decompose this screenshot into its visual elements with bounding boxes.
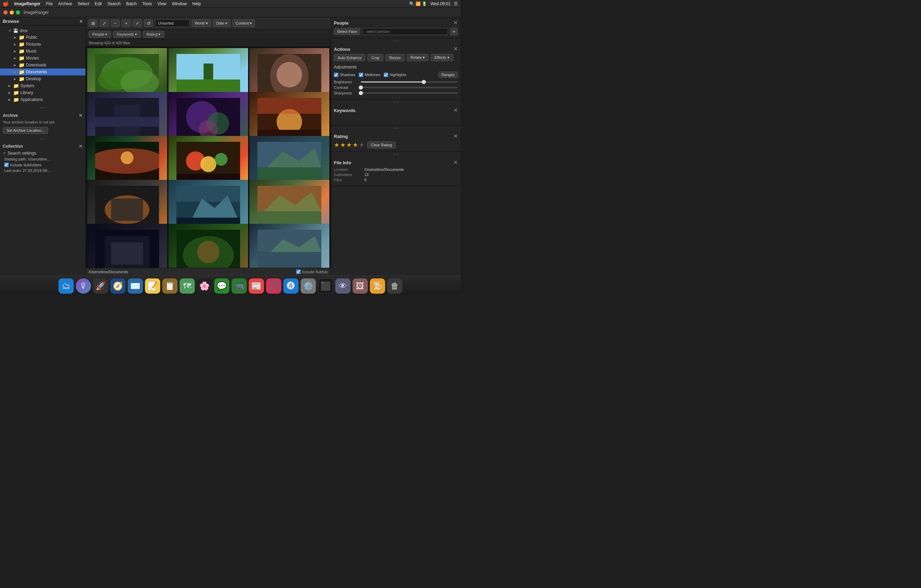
select-button[interactable]: ✓ [133, 19, 142, 27]
minimize-button[interactable] [10, 10, 14, 15]
dock-music[interactable]: 🎵 [266, 278, 281, 294]
people-resize-handle[interactable]: • • • [331, 38, 460, 44]
sidebar-dropdown[interactable]: ✕ [79, 19, 83, 24]
sidebar-item-documents[interactable]: ▶ 📁 Documents [0, 68, 85, 75]
select-person-dropdown[interactable]: -select person- [362, 28, 448, 35]
midtones-checkbox-label[interactable]: Midtones [359, 73, 380, 77]
menu-file[interactable]: File [46, 2, 52, 6]
search-settings-item[interactable]: ▼ Search settings [3, 150, 83, 156]
menu-window[interactable]: Window [172, 2, 187, 6]
ranges-button[interactable]: Ranges [438, 71, 458, 78]
apple-menu[interactable]: 🍎 [3, 1, 9, 6]
dock-photos[interactable]: 🌸 [197, 278, 212, 294]
dock-notes[interactable]: 📝 [145, 278, 160, 294]
menu-tools[interactable]: Tools [142, 2, 152, 6]
grid-view-button[interactable]: ⊞ [89, 19, 98, 27]
dock-siri[interactable]: 🎙 [76, 278, 91, 294]
include-subfolders-checkbox[interactable] [4, 162, 9, 167]
sidebar-item-pictures[interactable]: ▶ 📁 Pictures [0, 41, 85, 48]
rating-resize-handle[interactable]: • • • [331, 152, 460, 157]
sidebar-item-system[interactable]: ▶ 📁 System [0, 82, 85, 89]
brightness-slider[interactable] [361, 81, 458, 83]
collection-close-button[interactable]: ✕ [78, 144, 83, 149]
menu-select[interactable]: Select [78, 2, 89, 6]
tree-root[interactable]: ▼ 💾 dmx [0, 28, 85, 34]
rating-close-button[interactable]: ✕ [453, 133, 458, 139]
archive-resize-handle[interactable]: • • • [0, 136, 85, 142]
menu-search[interactable]: Search [107, 2, 120, 6]
menu-icon[interactable]: ☰ [454, 2, 458, 6]
file-info-close-button[interactable]: ✕ [453, 160, 458, 165]
dock-preview[interactable]: 👁 [335, 278, 350, 294]
dock-appstore[interactable]: 🅐 [283, 278, 299, 294]
star-3[interactable]: ★ [346, 141, 352, 149]
photo-cell-15[interactable] [249, 224, 329, 268]
crop-button[interactable]: Crop [368, 54, 383, 61]
resize-button[interactable]: Resize [386, 54, 405, 61]
contrast-slider[interactable] [361, 87, 458, 88]
include-subfolders-option[interactable]: Include Subfolders [3, 162, 83, 168]
date-sort-button[interactable]: Date ▾ [213, 19, 230, 27]
sidebar-item-movies[interactable]: ▶ 📁 Movies [0, 55, 85, 62]
auto-enhance-button[interactable]: Auto Enhance [334, 54, 365, 61]
highlights-checkbox[interactable] [384, 73, 388, 77]
stars-display[interactable]: ★ ★ ★ ★ ★ [334, 141, 364, 149]
star-1[interactable]: ★ [334, 141, 339, 149]
sidebar-item-music[interactable]: ▶ 📁 Music [0, 48, 85, 55]
star-4[interactable]: ★ [353, 141, 358, 149]
menu-help[interactable]: Help [192, 2, 201, 6]
sidebar-item-public[interactable]: ▶ 📁 Public [0, 34, 85, 41]
sidebar-item-desktop[interactable]: ▶ 📁 Desktop [0, 75, 85, 82]
expand-button[interactable]: ⤢ [100, 19, 109, 27]
actions-close-button[interactable]: ✕ [453, 46, 458, 52]
dock-facetime[interactable]: 📹 [231, 278, 247, 294]
effects-button[interactable]: Effects ▾ [431, 54, 453, 61]
clear-rating-button[interactable]: Clear Rating [367, 141, 396, 148]
select-face-button[interactable]: Select Face [334, 28, 360, 35]
dock-imageranger[interactable]: 🖼 [353, 278, 368, 294]
dock-finder[interactable]: 🗂 [59, 278, 74, 294]
set-archive-location-button[interactable]: Set Archive Location... [3, 127, 48, 134]
rating-filter-button[interactable]: Rating ▾ [143, 31, 165, 38]
close-button[interactable] [3, 10, 8, 15]
maximize-button[interactable] [16, 10, 20, 15]
dock-safari[interactable]: 🧭 [111, 278, 125, 294]
photo-cell-13[interactable] [87, 224, 167, 268]
archive-close-button[interactable]: ✕ [78, 113, 83, 118]
content-sort-button[interactable]: Content ▾ [233, 19, 255, 27]
menu-batch[interactable]: Batch [126, 2, 137, 6]
zoom-out-button[interactable]: − [111, 19, 120, 27]
dock-maps[interactable]: 🗺 [179, 278, 195, 294]
rotate-button[interactable]: Rotate ▾ [407, 54, 429, 61]
dock-news[interactable]: 📰 [249, 278, 264, 294]
people-close-button[interactable]: ✕ [453, 20, 458, 26]
dock-stickies[interactable]: 📋 [162, 278, 177, 294]
sidebar-item-library[interactable]: ▶ 📁 Library [0, 89, 85, 96]
dock-archiver[interactable]: 🗜 [370, 278, 385, 294]
refresh-button[interactable]: ↺ [144, 19, 153, 27]
keywords-resize-handle[interactable]: • • • [331, 125, 460, 131]
keywords-filter-button[interactable]: Keywords ▾ [113, 31, 140, 38]
midtones-checkbox[interactable] [359, 73, 363, 77]
menu-archive[interactable]: Archive [58, 2, 72, 6]
star-2[interactable]: ★ [340, 141, 346, 149]
dock-launchpad[interactable]: 🚀 [93, 278, 108, 294]
dock-trash[interactable]: 🗑 [387, 278, 402, 294]
sort-input[interactable] [155, 19, 190, 27]
people-filter-button[interactable]: People ▾ [89, 31, 111, 38]
world-sort-button[interactable]: World ▾ [192, 19, 211, 27]
dock-messages[interactable]: 💬 [214, 278, 229, 294]
add-person-button[interactable]: + [450, 28, 458, 35]
shadows-checkbox[interactable] [334, 73, 338, 77]
menu-edit[interactable]: Edit [95, 2, 102, 6]
highlights-checkbox-label[interactable]: Highlights [384, 73, 406, 77]
dock-prefs[interactable]: ⚙️ [301, 278, 316, 294]
zoom-in-button[interactable]: + [122, 19, 131, 27]
app-name-menu[interactable]: ImageRanger [14, 2, 41, 6]
shadows-checkbox-label[interactable]: Shadows [334, 73, 355, 77]
photo-cell-14[interactable] [169, 224, 248, 268]
dock-mail[interactable]: ✉️ [128, 278, 143, 294]
sidebar-item-applications[interactable]: ▶ 📁 Applications [0, 96, 85, 103]
keywords-close-button[interactable]: ✕ [453, 107, 458, 113]
star-5[interactable]: ★ [359, 141, 364, 149]
